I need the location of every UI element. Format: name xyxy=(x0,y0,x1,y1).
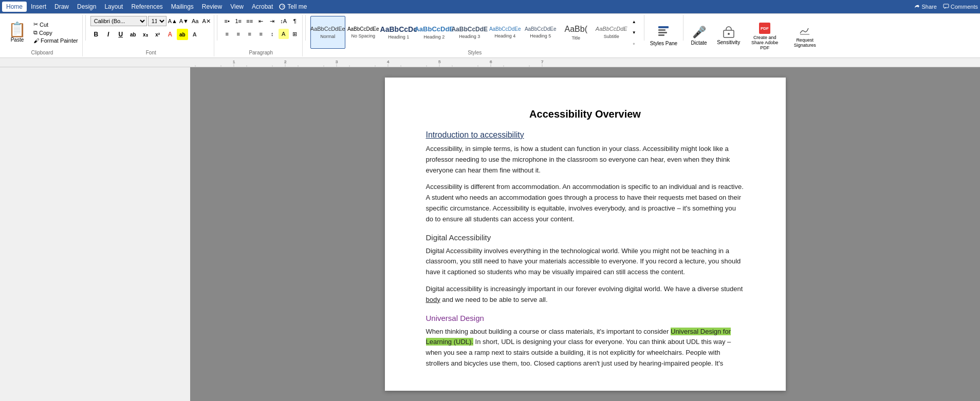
shrink-font-button[interactable]: A▼ xyxy=(179,16,189,26)
dictate-button[interactable]: 🎤 Dictate xyxy=(686,15,712,56)
document-title: Accessibility Overview xyxy=(426,108,745,120)
font-row-2: B I U ab x₂ x² A ab A xyxy=(90,29,200,40)
multilevel-button[interactable]: ≡≡ xyxy=(245,16,255,26)
subscript-button[interactable]: x₂ xyxy=(140,29,151,40)
style-heading4[interactable]: AaBbCcDdEe Heading 4 xyxy=(488,16,523,49)
request-signatures-button[interactable]: Request Signatures xyxy=(785,15,824,56)
styles-pane-icon xyxy=(657,25,670,41)
style-heading5[interactable]: AaBbCcDdEe Heading 5 xyxy=(523,16,558,49)
style-heading3-preview: AaBbCcDdE xyxy=(451,26,488,33)
para-row-2: ≡ ≡ ≡ ≡ ↕ A ⊞ xyxy=(222,29,300,39)
menu-layout[interactable]: Layout xyxy=(100,2,127,12)
format-painter-icon: 🖌 xyxy=(33,37,39,44)
strikethrough-button[interactable]: ab xyxy=(127,29,139,40)
style-no-spacing[interactable]: AaBbCcDdEe No Spacing xyxy=(346,16,381,49)
font-label: Font xyxy=(146,49,156,55)
style-heading3[interactable]: AaBbCcDdE Heading 3 xyxy=(452,16,487,49)
para-udl: When thinking about building a course or… xyxy=(426,327,745,369)
styles-pane-button[interactable]: Styles Pane xyxy=(647,15,680,56)
heading-introduction: Introduction to accessibility xyxy=(426,130,745,140)
svg-text:7: 7 xyxy=(541,60,544,64)
paste-button[interactable]: 📋 Paste xyxy=(4,21,30,45)
gallery-down-button[interactable]: ▼ xyxy=(630,28,638,37)
style-subtitle-label: Subtitle xyxy=(604,34,619,39)
style-title[interactable]: AaBb( Title xyxy=(559,16,594,49)
paragraph-group: ≡• 1≡ ≡≡ ⇤ ⇥ ↕A ¶ ≡ ≡ ≡ ≡ ↕ A xyxy=(220,15,303,56)
sensitivity-icon xyxy=(722,26,735,40)
format-painter-button[interactable]: 🖌 Format Painter xyxy=(31,37,80,44)
ruler: 1 2 3 4 5 6 xyxy=(0,58,980,67)
bold-button[interactable]: B xyxy=(90,29,102,40)
superscript-button[interactable]: x² xyxy=(152,29,163,40)
change-case-button[interactable]: Aa xyxy=(190,16,200,26)
style-gallery: AaBbCcDdEe Normal AaBbCcDdEe No Spacing … xyxy=(310,16,629,49)
share-button[interactable]: Share xyxy=(914,4,936,10)
underline-button[interactable]: U xyxy=(115,29,126,40)
font-name-select[interactable]: Calibri (Bo... xyxy=(90,16,147,26)
comments-button[interactable]: Comments xyxy=(943,4,978,10)
separator-2 xyxy=(217,15,217,41)
style-subtitle[interactable]: AaBbCcDdE Subtitle xyxy=(594,16,629,49)
style-heading5-label: Heading 5 xyxy=(530,33,551,39)
grow-font-button[interactable]: A▲ xyxy=(168,16,178,26)
menu-draw[interactable]: Draw xyxy=(50,2,73,12)
cut-button[interactable]: ✂ Cut xyxy=(31,21,80,28)
font-size-select[interactable]: 11 xyxy=(148,16,167,26)
menu-references[interactable]: References xyxy=(127,2,167,12)
style-heading1-preview: AaBbCcDc xyxy=(380,25,417,34)
style-heading4-preview: AaBbCcDdEe xyxy=(489,26,521,32)
gallery-up-button[interactable]: ▲ xyxy=(630,17,638,26)
svg-text:5: 5 xyxy=(438,60,441,64)
menu-tell-me[interactable]: ? Tell me xyxy=(279,3,307,10)
menu-bar: Home Insert Draw Design Layout Reference… xyxy=(0,0,980,13)
svg-text:?: ? xyxy=(282,5,284,9)
styles-label: Styles xyxy=(468,49,482,55)
line-spacing-button[interactable]: ↕ xyxy=(267,29,278,39)
document-scroll-area[interactable]: Accessibility Overview Introduction to a… xyxy=(190,67,980,401)
style-heading4-label: Heading 4 xyxy=(494,33,515,39)
justify-button[interactable]: ≡ xyxy=(256,29,266,39)
numbering-button[interactable]: 1≡ xyxy=(233,16,244,26)
shading-button[interactable]: A xyxy=(279,29,289,39)
para-intro-2: Accessibility is different from accommod… xyxy=(426,182,745,224)
menu-view[interactable]: View xyxy=(226,2,248,12)
text-color-button[interactable]: A xyxy=(164,29,176,40)
clipboard-right: ✂ Cut ⧉ Copy 🖌 Format Painter xyxy=(31,21,80,44)
sensitivity-button[interactable]: Sensitivity xyxy=(713,15,744,56)
menu-acrobat[interactable]: Acrobat xyxy=(248,2,277,12)
style-no-spacing-label: No Spacing xyxy=(351,33,375,39)
create-share-label: Create and Share Adobe PDF xyxy=(749,35,780,50)
highlight-button[interactable]: ab xyxy=(177,29,188,40)
decrease-indent-button[interactable]: ⇤ xyxy=(256,16,266,26)
svg-rect-3 xyxy=(658,26,669,28)
clear-format-button[interactable]: A✕ xyxy=(201,16,212,26)
bullets-button[interactable]: ≡• xyxy=(222,16,232,26)
align-center-button[interactable]: ≡ xyxy=(233,29,244,39)
increase-indent-button[interactable]: ⇥ xyxy=(267,16,278,26)
style-heading1[interactable]: AaBbCcDc Heading 1 xyxy=(381,16,416,49)
align-right-button[interactable]: ≡ xyxy=(245,29,255,39)
font-color-button[interactable]: A xyxy=(189,29,200,40)
adobe-pdf-icon: PDF xyxy=(758,22,771,35)
sort-button[interactable]: ↕A xyxy=(279,16,289,26)
borders-button[interactable]: ⊞ xyxy=(290,29,300,39)
style-normal[interactable]: AaBbCcDdEe Normal xyxy=(310,16,345,49)
dictate-label: Dictate xyxy=(691,40,707,46)
create-share-pdf-button[interactable]: PDF Create and Share Adobe PDF xyxy=(745,15,784,56)
para-row-1: ≡• 1≡ ≡≡ ⇤ ⇥ ↕A ¶ xyxy=(222,16,300,26)
menu-insert[interactable]: Insert xyxy=(27,2,50,12)
style-no-spacing-preview: AaBbCcDdEe xyxy=(347,26,379,32)
gallery-more-button[interactable]: ⬦ xyxy=(630,39,638,48)
para-digital-1: Digital Accessibility involves everythin… xyxy=(426,246,745,278)
menu-mailings[interactable]: Mailings xyxy=(167,2,198,12)
menu-design[interactable]: Design xyxy=(73,2,100,12)
style-heading2[interactable]: AaBbCcDdE Heading 2 xyxy=(417,16,452,49)
menu-home[interactable]: Home xyxy=(2,2,27,12)
ruler-svg: 1 2 3 4 5 6 xyxy=(0,58,980,67)
italic-button[interactable]: I xyxy=(103,29,114,40)
align-left-button[interactable]: ≡ xyxy=(222,29,232,39)
show-hide-button[interactable]: ¶ xyxy=(290,16,300,26)
copy-button[interactable]: ⧉ Copy xyxy=(31,29,80,36)
menu-review[interactable]: Review xyxy=(198,2,226,12)
svg-text:1: 1 xyxy=(233,60,235,64)
